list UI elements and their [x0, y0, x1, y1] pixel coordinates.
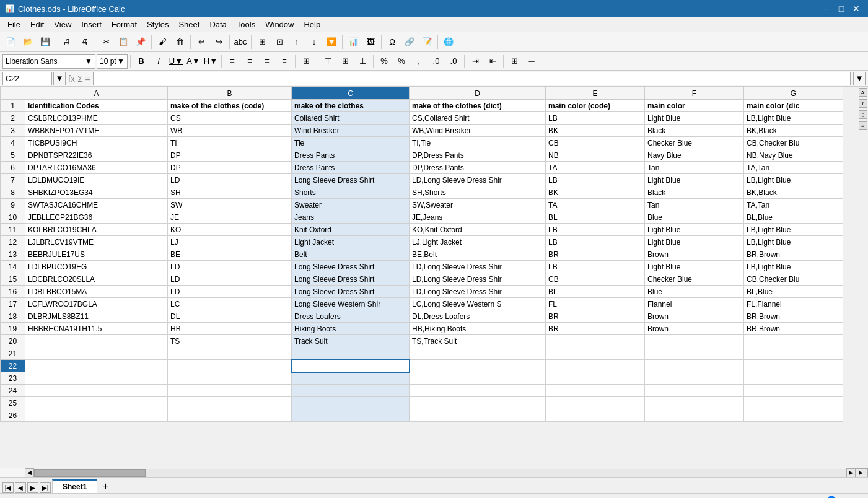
row-header-14[interactable]: 14 [1, 261, 25, 273]
row-header-4[interactable]: 4 [1, 137, 25, 149]
cell-D24[interactable] [410, 385, 546, 397]
row-header-19[interactable]: 19 [1, 323, 25, 335]
justify-button[interactable]: ≡ [276, 53, 292, 69]
row-header-24[interactable]: 24 [1, 385, 25, 397]
cell-B24[interactable] [168, 385, 292, 397]
row-header-6[interactable]: 6 [1, 162, 25, 174]
cell-B19[interactable]: HB [168, 323, 292, 335]
col-header-G[interactable]: G [744, 87, 843, 100]
cell-G10[interactable]: BL,Blue [744, 211, 843, 224]
col-header-E[interactable]: E [546, 87, 645, 100]
col-header-D[interactable]: D [410, 87, 546, 100]
cell-D8[interactable]: SH,Shorts [410, 186, 546, 199]
cell-F19[interactable]: Brown [645, 323, 744, 335]
cell-E21[interactable] [546, 347, 645, 360]
cell-C23[interactable] [292, 372, 410, 385]
cell-F20[interactable] [645, 335, 744, 347]
cell-C19[interactable]: Hiking Boots [292, 323, 410, 335]
cell-C11[interactable]: Knit Oxford [292, 224, 410, 236]
cell-A14[interactable]: LDLBPUCO19EG [25, 261, 168, 273]
cell-E14[interactable]: LB [546, 261, 645, 273]
valign-mid-button[interactable]: ⊞ [337, 53, 353, 69]
cell-E7[interactable]: LB [546, 174, 645, 186]
cell-F11[interactable]: Light Blue [645, 224, 744, 236]
cell-E24[interactable] [546, 385, 645, 397]
cell-G19[interactable]: BR,Brown [744, 323, 843, 335]
menu-insert[interactable]: Insert [76, 19, 107, 30]
cell-D25[interactable] [410, 397, 546, 409]
cell-C21[interactable] [292, 347, 410, 360]
cell-A9[interactable]: SWTASJCA16CHME [25, 199, 168, 211]
row-header-1[interactable]: 1 [1, 100, 25, 112]
col-header-B[interactable]: B [168, 87, 292, 100]
font-size-dropdown[interactable]: 10 pt ▼ [97, 54, 128, 69]
cell-G24[interactable] [744, 385, 843, 397]
cell-B20[interactable]: TS [168, 335, 292, 347]
row-header-20[interactable]: 20 [1, 335, 25, 347]
cell-E9[interactable]: TA [546, 199, 645, 211]
spellcheck-button[interactable]: abc [232, 34, 248, 50]
align-center-button[interactable]: ≡ [242, 53, 258, 69]
copy-button[interactable]: 📋 [115, 34, 131, 50]
cell-B14[interactable]: LD [168, 261, 292, 273]
insert-table-button[interactable]: ⊞ [254, 34, 270, 50]
cell-F15[interactable]: Checker Blue [645, 273, 744, 286]
cell-F23[interactable] [645, 372, 744, 385]
row-header-11[interactable]: 11 [1, 224, 25, 236]
row-header-3[interactable]: 3 [1, 124, 25, 137]
font-name-dropdown[interactable]: Liberation Sans ▼ [2, 54, 95, 69]
cell-C14[interactable]: Long Sleeve Dress Shirt [292, 261, 410, 273]
row-header-9[interactable]: 9 [1, 199, 25, 211]
cell-C9[interactable]: Sweater [292, 199, 410, 211]
borders-button[interactable]: ⊡ [271, 34, 287, 50]
sort-desc-button[interactable]: ↓ [306, 34, 322, 50]
cell-G2[interactable]: LB,Light Blue [744, 112, 843, 124]
cell-D26[interactable] [410, 409, 546, 422]
cell-D15[interactable]: LD,Long Sleeve Dress Shir [410, 273, 546, 286]
cell-C24[interactable] [292, 385, 410, 397]
formula-input[interactable] [93, 72, 851, 85]
row-header-26[interactable]: 26 [1, 409, 25, 422]
cell-C25[interactable] [292, 397, 410, 409]
cell-G7[interactable]: LB,Light Blue [744, 174, 843, 186]
row-header-2[interactable]: 2 [1, 112, 25, 124]
cell-C26[interactable] [292, 409, 410, 422]
menu-edit[interactable]: Edit [25, 19, 49, 30]
cell-A12[interactable]: LJLBRLCV19VTME [25, 236, 168, 248]
cell-C17[interactable]: Long Sleeve Western Shir [292, 298, 410, 310]
cell-C7[interactable]: Long Sleeve Dress Shirt [292, 174, 410, 186]
cell-F26[interactable] [645, 409, 744, 422]
cell-G16[interactable]: BL,Blue [744, 286, 843, 298]
cell-D2[interactable]: CS,Collared Shirt [410, 112, 546, 124]
row-header-7[interactable]: 7 [1, 174, 25, 186]
highlight-button[interactable]: H▼ [203, 53, 219, 69]
row-header-17[interactable]: 17 [1, 298, 25, 310]
note-button[interactable]: 📝 [419, 34, 435, 50]
cell-F5[interactable]: Navy Blue [645, 149, 744, 162]
cell-E1[interactable]: main color (code) [546, 100, 645, 112]
row-header-25[interactable]: 25 [1, 397, 25, 409]
close-button[interactable]: ✕ [849, 2, 863, 15]
cell-B3[interactable]: WB [168, 124, 292, 137]
cell-E13[interactable]: BR [546, 248, 645, 261]
menu-styles[interactable]: Styles [142, 19, 173, 30]
dec-dec-button[interactable]: .0 [445, 53, 462, 69]
cell-F25[interactable] [645, 397, 744, 409]
cell-G21[interactable] [744, 347, 843, 360]
cell-B23[interactable] [168, 372, 292, 385]
line-style-button[interactable]: ─ [524, 53, 540, 69]
cell-E2[interactable]: LB [546, 112, 645, 124]
cell-C6[interactable]: Dress Pants [292, 162, 410, 174]
cell-A21[interactable] [25, 347, 168, 360]
cell-G20[interactable] [744, 335, 843, 347]
cell-D7[interactable]: LD,Long Sleeve Dress Shir [410, 174, 546, 186]
right-panel-btn-3[interactable]: ⋮ [859, 110, 867, 119]
paste-button[interactable]: 📌 [133, 34, 149, 50]
cell-D16[interactable]: LD,Long Sleeve Dress Shir [410, 286, 546, 298]
row-header-13[interactable]: 13 [1, 248, 25, 261]
cell-G1[interactable]: main color (dic [744, 100, 843, 112]
row-header-10[interactable]: 10 [1, 211, 25, 224]
cell-D11[interactable]: KO,Knit Oxford [410, 224, 546, 236]
h-scroll-thumb[interactable] [34, 469, 146, 477]
cut-button[interactable]: ✂ [98, 34, 114, 50]
